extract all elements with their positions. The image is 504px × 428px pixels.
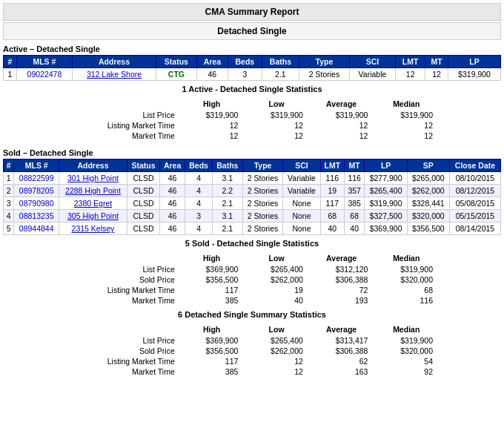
cell-num: 1: [4, 172, 14, 185]
report-container: CMA Summary Report Detached Single Activ…: [0, 0, 504, 383]
summary-stats-row: Market Time 385 12 163 92: [65, 366, 439, 377]
sum-stats-avg: Average: [309, 323, 374, 335]
stat-avg: 62: [309, 356, 374, 366]
stat-avg: 12: [309, 120, 374, 131]
cell-mt: 357: [344, 185, 365, 197]
cell-area: 46: [160, 223, 185, 235]
stats-low-col: Low: [244, 98, 309, 110]
active-stats-row: List Price $319,900 $319,900 $319,900 $3…: [65, 110, 439, 120]
cell-sci: None: [283, 210, 320, 223]
stat-avg: $306,388: [309, 274, 374, 285]
stat-label: Market Time: [65, 131, 179, 141]
sold-col-status: Status: [127, 159, 159, 172]
cell-mls: 08944844: [14, 223, 59, 235]
stats-empty-col: [65, 98, 179, 110]
cell-baths: 2.1: [213, 223, 243, 235]
cell-close: 08/10/2015: [449, 172, 500, 185]
col-status: Status: [156, 56, 197, 68]
stat-label: List Price: [65, 335, 179, 346]
sold-table: # MLS # Address Status Area Beds Baths T…: [3, 159, 501, 235]
summary-stats-title: 6 Detached Single Summary Statistics: [3, 309, 501, 320]
sold-table-row: 1 08822599 301 High Point CLSD 46 4 3.1 …: [4, 172, 501, 185]
sold-stats-row: Listing Market Time 117 19 72 68: [65, 285, 439, 295]
cell-address: 305 High Point: [59, 210, 127, 223]
stat-avg: 72: [309, 285, 374, 295]
active-table: # MLS # Address Status Area Beds Baths T…: [3, 55, 501, 81]
cell-type: 2 Stories: [242, 197, 283, 210]
stat-label: Market Time: [65, 366, 179, 377]
sold-section-title: Sold – Detached Single: [3, 148, 501, 157]
cell-sp: $262,000: [407, 185, 449, 197]
cell-lp: $265,400: [365, 185, 407, 197]
col-baths: Baths: [262, 56, 299, 68]
cell-close: 05/08/2015: [449, 197, 500, 210]
sold-col-mls: MLS #: [14, 159, 59, 172]
cell-sp: $265,000: [407, 172, 449, 185]
cell-area: 46: [160, 197, 185, 210]
summary-stats-row: Sold Price $356,500 $262,000 $306,388 $3…: [65, 346, 439, 356]
stat-high: $356,500: [179, 274, 245, 285]
col-lmt: LMT: [396, 56, 425, 68]
sold-table-row: 3 08790980 2380 Egret CLSD 46 4 2.1 2 St…: [4, 197, 501, 210]
cell-sci: Variable: [349, 68, 395, 81]
stat-label: List Price: [65, 110, 179, 120]
stat-avg: 163: [309, 366, 374, 377]
col-area: Area: [196, 56, 228, 68]
cell-lmt: 117: [320, 197, 344, 210]
cell-area: 46: [160, 210, 185, 223]
sum-stats-high: High: [179, 323, 245, 335]
cell-num: 1: [4, 68, 17, 81]
cell-mt: 12: [425, 68, 448, 81]
stat-high: 12: [179, 120, 245, 131]
col-mt: MT: [425, 56, 448, 68]
col-address: Address: [72, 56, 156, 68]
stat-low: 19: [244, 285, 309, 295]
stat-low: $319,900: [244, 110, 309, 120]
stat-med: 54: [374, 356, 439, 366]
cell-sci: None: [283, 197, 320, 210]
stat-med: $320,000: [374, 346, 439, 356]
sold-stats-row: Market Time 385 40 193 116: [65, 295, 439, 306]
cell-area: 46: [196, 68, 228, 81]
sold-col-num: #: [4, 159, 14, 172]
sold-col-sp: SP: [407, 159, 449, 172]
cell-baths: 3.1: [213, 172, 243, 185]
summary-stats-table: High Low Average Median List Price $369,…: [65, 323, 439, 377]
stat-med: 68: [374, 285, 439, 295]
stat-avg: 193: [309, 295, 374, 306]
stat-low: $262,000: [244, 274, 309, 285]
cell-sci: Variable: [283, 185, 320, 197]
cell-lmt: 40: [320, 223, 344, 235]
cell-type: 2 Stories: [242, 172, 283, 185]
cell-address: 301 High Point: [59, 172, 127, 185]
stat-med: $320,000: [374, 274, 439, 285]
stat-low: $265,400: [244, 264, 309, 274]
stat-label: Sold Price: [65, 274, 179, 285]
cell-beds: 4: [185, 172, 213, 185]
sold-col-lmt: LMT: [320, 159, 344, 172]
stat-high: $369,900: [179, 264, 245, 274]
cell-lp: $369,900: [365, 223, 407, 235]
sum-stats-empty: [65, 323, 179, 335]
cell-type: 2 Stories: [242, 223, 283, 235]
cell-sp: $328,441: [407, 197, 449, 210]
cell-address: 312 Lake Shore: [72, 68, 156, 81]
cell-lmt: 19: [320, 185, 344, 197]
sold-table-row: 2 08978205 2288 High Point CLSD 46 4 2.2…: [4, 185, 501, 197]
stat-label: Market Time: [65, 295, 179, 306]
stat-low: 12: [244, 356, 309, 366]
summary-stats-row: Listing Market Time 117 12 62 54: [65, 356, 439, 366]
stat-low: 12: [244, 366, 309, 377]
stat-high: 117: [179, 356, 245, 366]
sub-title: Detached Single: [3, 22, 501, 40]
cell-status: CLSD: [127, 223, 159, 235]
cell-status: CTG: [156, 68, 197, 81]
stat-med: $319,900: [374, 264, 439, 274]
stat-label: Listing Market Time: [65, 120, 179, 131]
stat-avg: $312,120: [309, 264, 374, 274]
cell-lp: $319,900: [365, 197, 407, 210]
cell-mls: 08813235: [14, 210, 59, 223]
cell-beds: 4: [185, 185, 213, 197]
cell-lmt: 116: [320, 172, 344, 185]
col-sci: SCI: [349, 56, 395, 68]
